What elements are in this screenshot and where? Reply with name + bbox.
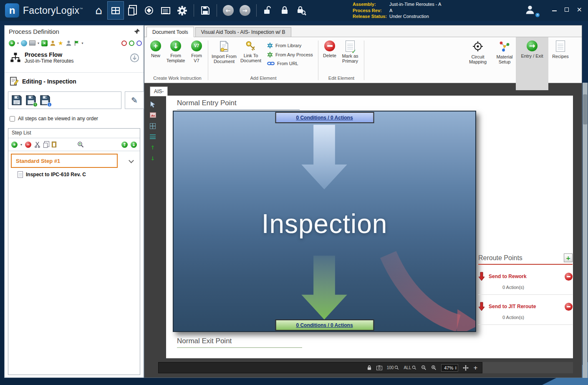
new-button[interactable]: + New bbox=[148, 38, 164, 58]
reroute-label[interactable]: Send to Rework bbox=[489, 274, 561, 279]
minimize-button[interactable] bbox=[552, 8, 557, 11]
zoom-spinner-arrows[interactable]: ▲▼ bbox=[455, 366, 457, 370]
entry-exit-icon: → bbox=[527, 41, 538, 51]
pan-icon[interactable] bbox=[463, 365, 469, 371]
maximize-button[interactable] bbox=[565, 8, 569, 12]
entry-conditions-link[interactable]: 0 Conditions / 0 Actions bbox=[275, 112, 374, 123]
user-button[interactable]: × bbox=[524, 4, 541, 17]
reroute-actions[interactable]: 0 Action(s) bbox=[502, 315, 573, 320]
person-icon[interactable] bbox=[66, 40, 72, 46]
go-ring-icon[interactable] bbox=[129, 41, 134, 46]
process-flow-row[interactable]: Process Flow Just-in-Time Reroutes bbox=[10, 51, 139, 64]
find-step-icon[interactable] bbox=[77, 141, 84, 148]
remove-step-icon[interactable]: – bbox=[25, 142, 31, 148]
add-reroute-button[interactable]: + bbox=[564, 253, 573, 262]
remove-reroute-button[interactable] bbox=[565, 303, 573, 311]
print-dropdown-icon[interactable]: ▾ bbox=[38, 41, 39, 45]
save-export-button[interactable]: ↓ bbox=[40, 95, 50, 106]
from-any-process-button[interactable]: From Any Process bbox=[267, 52, 313, 58]
document-tab[interactable]: AIS- bbox=[150, 86, 168, 96]
reroute-actions[interactable]: 0 Action(s) bbox=[502, 285, 573, 290]
flag-dropdown-icon[interactable]: ▾ bbox=[82, 41, 83, 45]
add-dropdown-icon[interactable]: ▾ bbox=[17, 41, 19, 45]
zoom-out-icon[interactable] bbox=[421, 365, 426, 370]
group-label-create: Create Work Instruction bbox=[148, 76, 207, 81]
back-button[interactable]: ← bbox=[220, 1, 237, 20]
print-icon[interactable] bbox=[29, 41, 35, 46]
lock-view-icon[interactable] bbox=[367, 365, 372, 371]
step-list-item-selected[interactable]: Standard Step #1 bbox=[11, 154, 118, 168]
tab-visual-aid-tools[interactable]: Visual Aid Tools - AIS- Inspection w/ B bbox=[195, 27, 291, 37]
close-button[interactable]: × bbox=[577, 7, 582, 12]
save-document-button[interactable] bbox=[11, 95, 22, 106]
zoom-plus-icon[interactable]: + bbox=[473, 365, 478, 371]
select-tool-icon[interactable] bbox=[149, 101, 156, 108]
canvas-zoom-bar-extension bbox=[482, 362, 573, 373]
stop-ring-icon[interactable] bbox=[121, 41, 127, 46]
cut-icon[interactable] bbox=[34, 142, 40, 148]
move-down-tool-icon[interactable]: ↓ bbox=[149, 155, 156, 162]
snapshot-icon[interactable] bbox=[376, 365, 382, 370]
lock-button[interactable] bbox=[276, 1, 293, 20]
reports-button[interactable] bbox=[157, 1, 174, 20]
from-url-button[interactable]: From URL bbox=[267, 61, 313, 66]
mark-as-primary-button[interactable]: ✓ Mark as Primary bbox=[339, 38, 361, 63]
add-icon[interactable]: + bbox=[9, 40, 15, 46]
home-button[interactable]: ⌂ bbox=[91, 1, 107, 20]
unlock-button[interactable] bbox=[260, 1, 276, 20]
zoom-all-button[interactable]: ALL bbox=[404, 365, 416, 370]
image-tool-icon[interactable] bbox=[149, 111, 156, 119]
entry-exit-button[interactable]: → Entry / Exit bbox=[518, 41, 546, 58]
align-tool-icon[interactable] bbox=[149, 133, 156, 140]
link-to-document-button[interactable]: Link To Document bbox=[238, 38, 264, 63]
edit-step-button[interactable]: ✎ bbox=[125, 91, 144, 109]
from-v7-button[interactable]: V7 From V7 bbox=[188, 38, 205, 63]
pin-icon[interactable] bbox=[134, 28, 140, 35]
circuit-mapping-button[interactable]: Circuit Mapping bbox=[464, 41, 492, 64]
remove-reroute-button[interactable] bbox=[565, 273, 573, 281]
flag-icon[interactable] bbox=[74, 40, 80, 46]
scrollbar-thumb[interactable] bbox=[583, 94, 587, 124]
assembly-label: Assembly: bbox=[353, 1, 389, 8]
operator-icon[interactable] bbox=[50, 40, 56, 46]
move-up-tool-icon[interactable]: ↑ bbox=[149, 144, 156, 151]
grid-tool-icon[interactable] bbox=[149, 122, 156, 129]
move-step-down-icon[interactable]: ↓ bbox=[131, 142, 137, 148]
paste-icon[interactable] bbox=[52, 142, 56, 147]
zoom-in-icon[interactable] bbox=[431, 365, 437, 370]
assign-icon[interactable]: × bbox=[41, 40, 48, 46]
star-icon[interactable]: ★ bbox=[58, 40, 63, 46]
collapse-circle-icon[interactable] bbox=[130, 53, 139, 63]
any-order-checkbox[interactable] bbox=[10, 116, 15, 122]
exit-conditions-link[interactable]: 0 Conditions / 0 Actions bbox=[275, 319, 374, 331]
navigator-button[interactable] bbox=[141, 1, 157, 20]
step-list-child-item[interactable]: Inspect to IPC-610 Rev. C bbox=[18, 171, 86, 178]
document-save-toolbar: ↑ ↓ bbox=[8, 91, 121, 109]
zoom-level-spinner[interactable]: 47% ▲▼ bbox=[441, 364, 458, 372]
import-from-document-button[interactable]: Import From Document bbox=[210, 38, 238, 64]
add-step-dropdown-icon[interactable]: ▾ bbox=[20, 143, 22, 147]
add-step-icon[interactable]: + bbox=[11, 142, 18, 148]
documents-button[interactable] bbox=[124, 1, 141, 20]
tab-document-tools[interactable]: Document Tools bbox=[146, 27, 194, 37]
forward-button[interactable]: → bbox=[237, 1, 253, 20]
save-button[interactable] bbox=[197, 1, 214, 20]
world-icon[interactable] bbox=[21, 40, 27, 46]
copy-icon[interactable] bbox=[43, 143, 48, 148]
record-ring-icon[interactable] bbox=[136, 41, 142, 46]
settings-button[interactable] bbox=[174, 1, 191, 20]
from-library-button[interactable]: From Library bbox=[267, 43, 313, 48]
inspection-step-node[interactable]: 0 Conditions / 0 Actions Inspection 0 Co… bbox=[173, 111, 476, 332]
delete-button[interactable]: Delete bbox=[320, 38, 339, 58]
step-chevron-icon[interactable] bbox=[129, 158, 134, 163]
save-import-button[interactable]: ↑ bbox=[25, 95, 36, 106]
reroute-label[interactable]: Send to JIT Reroute bbox=[489, 304, 561, 309]
vertical-scrollbar[interactable] bbox=[583, 83, 588, 378]
zoom-100-button[interactable]: 100 bbox=[387, 365, 399, 370]
material-setup-button[interactable]: Material Setup bbox=[492, 41, 517, 64]
move-step-up-icon[interactable]: ↑ bbox=[121, 142, 128, 148]
audit-search-button[interactable] bbox=[293, 1, 310, 20]
recipes-button[interactable]: Recipes bbox=[548, 41, 573, 59]
process-planning-button[interactable] bbox=[107, 1, 124, 20]
from-template-button[interactable]: ↓ From Template bbox=[164, 38, 188, 63]
